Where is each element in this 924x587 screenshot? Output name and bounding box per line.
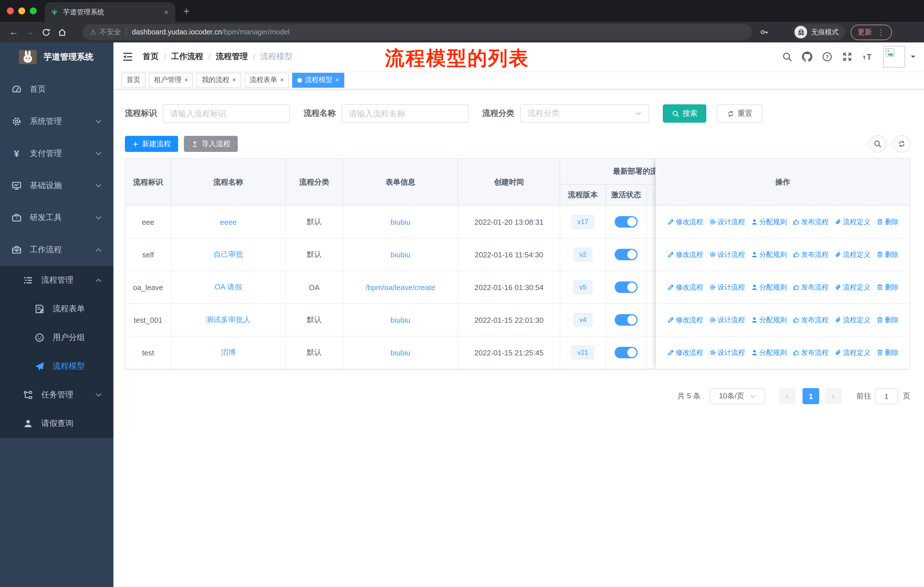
design-process-link[interactable]: 设计流程 bbox=[709, 282, 745, 292]
search-icon[interactable] bbox=[782, 51, 792, 62]
assign-rule-link[interactable]: 分配规则 bbox=[751, 250, 787, 260]
publish-process-link[interactable]: 发布流程 bbox=[792, 315, 828, 325]
bookmark-star-icon[interactable] bbox=[772, 24, 788, 40]
menu-dots-icon[interactable]: ⋮ bbox=[877, 28, 885, 36]
process-name-input[interactable] bbox=[342, 104, 469, 123]
process-name-link[interactable]: 自己审批 bbox=[213, 250, 243, 260]
process-definition-link[interactable]: 流程定义 bbox=[834, 282, 870, 292]
design-process-link[interactable]: 设计流程 bbox=[709, 348, 745, 357]
process-category-select[interactable]: 流程分类 bbox=[520, 104, 649, 123]
activation-toggle[interactable] bbox=[615, 314, 638, 326]
tag-close-icon[interactable]: × bbox=[185, 77, 188, 83]
process-definition-link[interactable]: 流程定义 bbox=[834, 250, 870, 260]
browser-update-button[interactable]: 更新 ⋮ bbox=[851, 24, 892, 40]
tag-tab[interactable]: 流程表单 × bbox=[244, 73, 289, 88]
process-definition-link[interactable]: 流程定义 bbox=[834, 348, 870, 357]
assign-rule-link[interactable]: 分配规则 bbox=[751, 348, 787, 357]
process-key-input[interactable] bbox=[163, 104, 290, 123]
tab-close-icon[interactable]: × bbox=[163, 8, 170, 17]
forward-button[interactable]: → bbox=[22, 24, 38, 40]
process-name-link[interactable]: 滔博 bbox=[221, 347, 236, 358]
form-link[interactable]: biubiu bbox=[390, 316, 410, 324]
refresh-table-button[interactable] bbox=[893, 135, 910, 152]
activation-toggle[interactable] bbox=[615, 249, 638, 260]
form-link[interactable]: biubiu bbox=[390, 348, 410, 357]
help-icon[interactable] bbox=[822, 51, 832, 62]
font-size-icon[interactable] bbox=[862, 51, 874, 62]
breadcrumb-item[interactable]: 首页 bbox=[143, 51, 159, 62]
assign-rule-link[interactable]: 分配规则 bbox=[751, 282, 787, 292]
form-link[interactable]: /bpm/oa/leave/create bbox=[366, 283, 436, 291]
github-icon[interactable] bbox=[802, 51, 812, 62]
goto-page-input[interactable] bbox=[875, 388, 898, 404]
assign-rule-link[interactable]: 分配规则 bbox=[751, 217, 787, 227]
next-page-button[interactable]: › bbox=[825, 388, 842, 404]
publish-process-link[interactable]: 发布流程 bbox=[792, 217, 828, 227]
tag-close-icon[interactable]: × bbox=[335, 77, 339, 83]
page-size-select[interactable]: 10条/页 bbox=[710, 388, 765, 404]
sidebar-item[interactable]: 用户分组 bbox=[0, 323, 114, 352]
delete-link[interactable]: 删除 bbox=[876, 250, 899, 260]
publish-process-link[interactable]: 发布流程 bbox=[792, 282, 828, 292]
sidebar-item[interactable]: 工作流程 bbox=[0, 234, 114, 266]
publish-process-link[interactable]: 发布流程 bbox=[792, 250, 828, 260]
sidebar-item[interactable]: 流程表单 bbox=[0, 294, 114, 323]
delete-link[interactable]: 删除 bbox=[876, 348, 899, 357]
process-name-link[interactable]: eeee bbox=[220, 218, 237, 226]
sidebar-fold-icon[interactable] bbox=[122, 51, 134, 63]
form-link[interactable]: biubiu bbox=[390, 218, 410, 226]
sidebar-item[interactable]: 系统管理 bbox=[0, 106, 114, 137]
tag-close-icon[interactable]: × bbox=[232, 77, 236, 83]
current-page-button[interactable]: 1 bbox=[803, 388, 819, 404]
activation-toggle[interactable] bbox=[615, 216, 638, 228]
search-button[interactable]: 搜索 bbox=[663, 104, 706, 123]
reset-button[interactable]: 重置 bbox=[717, 104, 762, 123]
window-minimize-button[interactable] bbox=[18, 7, 25, 14]
sidebar-item[interactable]: 流程管理 bbox=[0, 266, 114, 294]
sidebar-item[interactable]: 任务管理 bbox=[0, 380, 114, 409]
tag-close-icon[interactable]: × bbox=[280, 77, 284, 83]
new-tab-button[interactable]: + bbox=[183, 5, 190, 17]
modify-process-link[interactable]: 修改流程 bbox=[667, 250, 703, 260]
tag-tab[interactable]: 首页 bbox=[121, 73, 145, 88]
sidebar-item[interactable]: 流程模型 bbox=[0, 352, 114, 380]
tag-tab[interactable]: 租户管理 × bbox=[149, 73, 193, 88]
tag-tab[interactable]: 流程模型 × bbox=[292, 73, 344, 88]
import-process-button[interactable]: 导入流程 bbox=[184, 136, 238, 152]
process-name-link[interactable]: OA 请假 bbox=[214, 282, 242, 293]
publish-process-link[interactable]: 发布流程 bbox=[792, 348, 828, 357]
toggle-search-button[interactable] bbox=[869, 135, 886, 152]
url-bar[interactable]: ⚠ 不安全 dashboard.yudao.iocoder.cn /bpm/ma… bbox=[82, 24, 752, 40]
back-button[interactable]: ← bbox=[6, 24, 22, 40]
delete-link[interactable]: 删除 bbox=[876, 282, 899, 292]
delete-link[interactable]: 删除 bbox=[876, 315, 899, 325]
modify-process-link[interactable]: 修改流程 bbox=[667, 282, 703, 292]
sidebar-item[interactable]: 首页 bbox=[0, 73, 114, 106]
breadcrumb-item[interactable]: 工作流程 bbox=[171, 51, 203, 62]
process-name-link[interactable]: 测试多审批人 bbox=[206, 315, 251, 325]
reload-button[interactable] bbox=[38, 24, 54, 40]
modify-process-link[interactable]: 修改流程 bbox=[667, 217, 703, 227]
design-process-link[interactable]: 设计流程 bbox=[709, 217, 745, 227]
caret-down-icon[interactable] bbox=[910, 54, 916, 60]
delete-link[interactable]: 删除 bbox=[876, 217, 899, 227]
sidebar-item[interactable]: 支付管理 bbox=[0, 137, 114, 170]
fullscreen-icon[interactable] bbox=[842, 51, 852, 62]
design-process-link[interactable]: 设计流程 bbox=[709, 315, 745, 325]
assign-rule-link[interactable]: 分配规则 bbox=[751, 315, 787, 325]
browser-tab[interactable]: 芋道管理系统 × bbox=[45, 2, 175, 22]
window-close-button[interactable] bbox=[7, 7, 14, 14]
window-zoom-button[interactable] bbox=[30, 7, 37, 14]
security-label[interactable]: 不安全 bbox=[100, 27, 121, 37]
form-link[interactable]: biubiu bbox=[390, 250, 410, 259]
modify-process-link[interactable]: 修改流程 bbox=[667, 315, 703, 325]
avatar[interactable] bbox=[883, 46, 905, 68]
sidebar-item[interactable]: 基础设施 bbox=[0, 170, 114, 202]
create-process-button[interactable]: 新建流程 bbox=[125, 136, 178, 152]
breadcrumb-item[interactable]: 流程管理 bbox=[216, 51, 248, 62]
design-process-link[interactable]: 设计流程 bbox=[709, 250, 745, 260]
tag-tab[interactable]: 我的流程 × bbox=[197, 73, 241, 88]
activation-toggle[interactable] bbox=[615, 347, 638, 358]
modify-process-link[interactable]: 修改流程 bbox=[667, 348, 703, 357]
password-key-icon[interactable] bbox=[756, 24, 772, 40]
